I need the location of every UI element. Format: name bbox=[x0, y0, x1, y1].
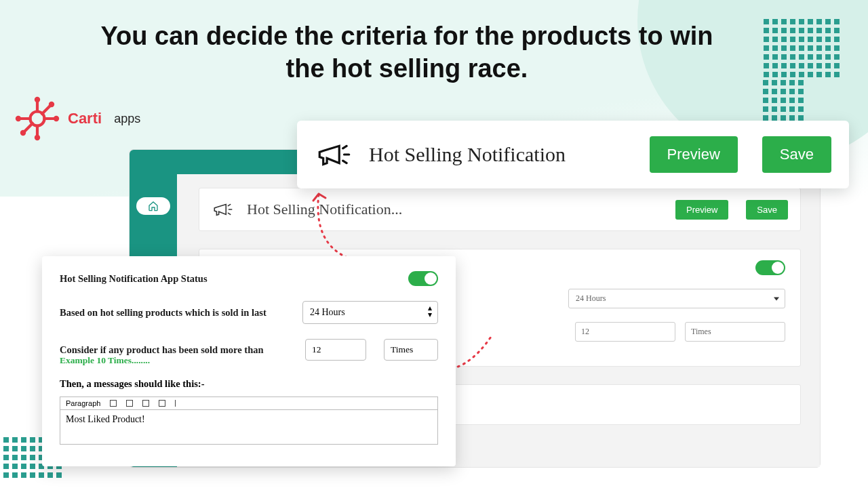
toolbar-btn-3[interactable] bbox=[142, 400, 149, 407]
home-icon bbox=[148, 201, 159, 211]
based-label: Based on hot selling products which is s… bbox=[60, 307, 302, 319]
chevron-updown-icon: ▴▾ bbox=[428, 304, 432, 318]
front-header-title: Hot Selling Notification bbox=[369, 143, 635, 166]
svg-line-9 bbox=[42, 106, 50, 114]
back-timewindow-select[interactable]: 24 Hours bbox=[568, 289, 785, 308]
consider-label: Consider if any product has been sold mo… bbox=[60, 344, 305, 356]
save-button[interactable]: Save bbox=[762, 136, 831, 173]
toolbar-btn-2[interactable] bbox=[126, 400, 133, 407]
message-label: Then, a messages should like this:- bbox=[60, 378, 438, 390]
times-label: Times bbox=[384, 339, 438, 361]
megaphone-icon bbox=[212, 198, 235, 221]
status-label: Hot Selling Notification App Status bbox=[60, 273, 408, 285]
back-timewindow-value: 24 Hours bbox=[576, 293, 606, 303]
svg-point-8 bbox=[54, 116, 59, 121]
home-button[interactable] bbox=[136, 197, 170, 215]
brand-name: Carti bbox=[68, 110, 102, 127]
back-times-label: Times bbox=[685, 322, 785, 342]
brand-logo: Carti apps bbox=[14, 95, 140, 142]
svg-point-2 bbox=[35, 97, 40, 102]
svg-point-10 bbox=[49, 102, 54, 107]
toolbar-btn-4[interactable] bbox=[159, 400, 165, 407]
dot-grid-top-right-small bbox=[763, 80, 804, 121]
hero-title: You can decide the criteria for the prod… bbox=[88, 20, 726, 85]
carti-mark-icon bbox=[14, 95, 61, 142]
front-settings-card: Hot Selling Notification App Status Base… bbox=[42, 256, 456, 466]
megaphone-icon bbox=[315, 135, 354, 174]
toolbar-btn-1[interactable] bbox=[110, 400, 117, 407]
editor-style-select[interactable]: Paragraph bbox=[66, 399, 100, 407]
count-input[interactable]: 12 bbox=[305, 339, 366, 361]
timewindow-value: 24 Hours bbox=[310, 307, 345, 317]
back-header: Hot Selling Notification... Preview Save bbox=[199, 188, 801, 231]
editor-toolbar: Paragraph bbox=[60, 397, 437, 410]
dot-grid-top-right bbox=[764, 19, 840, 77]
preview-button[interactable]: Preview bbox=[650, 136, 738, 173]
svg-point-4 bbox=[35, 135, 40, 140]
brand-suffix: apps bbox=[114, 112, 140, 126]
svg-line-11 bbox=[25, 123, 33, 131]
back-count-input[interactable]: 12 bbox=[575, 322, 675, 342]
toolbar-btn-5[interactable] bbox=[175, 400, 179, 407]
front-header-card: Hot Selling Notification Preview Save bbox=[297, 121, 849, 188]
message-editor: Paragraph Most Liked Product! bbox=[60, 396, 438, 445]
back-preview-button[interactable]: Preview bbox=[675, 200, 728, 220]
status-toggle[interactable] bbox=[408, 271, 438, 286]
svg-point-6 bbox=[16, 116, 21, 121]
back-save-button[interactable]: Save bbox=[746, 200, 788, 220]
back-status-toggle[interactable] bbox=[755, 260, 785, 275]
editor-textarea[interactable]: Most Liked Product! bbox=[60, 410, 437, 444]
timewindow-select[interactable]: 24 Hours ▴▾ bbox=[302, 301, 438, 324]
svg-point-12 bbox=[20, 130, 26, 136]
callout-arrow-1 bbox=[300, 182, 361, 263]
